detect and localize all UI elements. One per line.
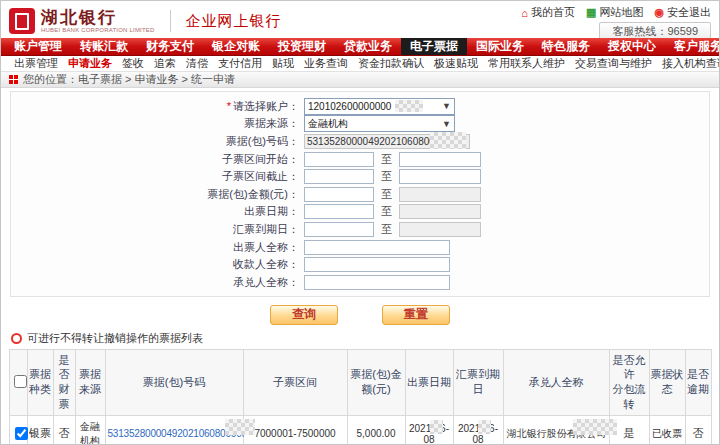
sub-nav-item-payment-credit[interactable]: 支付信用 [213, 56, 267, 71]
col-allow-split: 是否允许 分包流转 [609, 349, 649, 415]
sub-nav: 出票管理 申请业务 签收 追索 清偿 支付信用 贴现 业务查询 资金扣款确认 极… [1, 56, 719, 72]
sub-range-start-to-input[interactable] [399, 152, 481, 167]
breadcrumb: 您的位置：电子票据 > 申请业务 > 统一申请 [23, 72, 235, 87]
sub-nav-item-institution-query[interactable]: 接入机构查询 [657, 56, 720, 71]
select-all-checkbox[interactable] [14, 375, 27, 388]
bill-source-label: 票据来源： [11, 116, 304, 131]
cell-issue-date: 2021-06-08 [405, 415, 453, 445]
main-nav-item-authorization[interactable]: 授权中心 [599, 38, 665, 55]
sub-nav-item-fast-discount[interactable]: 极速贴现 [429, 56, 483, 71]
sub-range-start-from-input[interactable] [304, 152, 374, 167]
col-amount: 票据(包)金额(元) [347, 349, 405, 415]
row-checkbox[interactable] [15, 427, 28, 440]
bill-source-select[interactable]: 金融机构 ▼ [304, 115, 455, 132]
payee-name-label: 收款人全称： [11, 257, 304, 272]
sub-nav-item-issue-mgmt[interactable]: 出票管理 [9, 56, 63, 71]
amount-from-input[interactable] [304, 187, 374, 202]
main-nav-item-finance-pay[interactable]: 财务支付 [137, 38, 203, 55]
col-due-date: 汇票到期日 [453, 349, 503, 415]
sitemap-link-label: 网站地图 [599, 5, 643, 20]
query-button[interactable]: 查询 [270, 305, 338, 325]
main-nav-item-loan[interactable]: 贷款业务 [335, 38, 401, 55]
breadcrumb-bar: 您的位置：电子票据 > 申请业务 > 统一申请 [1, 72, 719, 88]
sub-nav-item-query[interactable]: 业务查询 [299, 56, 353, 71]
logout-icon: ◉ [654, 6, 664, 19]
sub-range-end-from-input[interactable] [304, 169, 374, 184]
bank-name: 湖北银行 [41, 9, 155, 26]
col-bill-number: 票据(包)号码 [105, 349, 243, 415]
amount-label: 票据(包)金额(元)： [11, 187, 304, 202]
list-section-title: 可进行不得转让撤销操作的票据列表 [27, 331, 203, 346]
sub-range-end-label: 子票区间截止： [11, 169, 304, 184]
acceptor-name-input[interactable] [304, 275, 450, 290]
sub-nav-item-trade-query[interactable]: 交易查询与维护 [570, 56, 657, 71]
account-select[interactable]: 120102600000000 ▼ [304, 98, 455, 115]
main-nav-item-special[interactable]: 特色服务 [533, 38, 599, 55]
amount-to-input[interactable] [399, 187, 481, 202]
issue-date-to-input[interactable] [399, 204, 481, 219]
home-icon: ⌂ [521, 7, 528, 19]
main-nav-item-accounts[interactable]: 账户管理 [5, 38, 71, 55]
bill-number-label: 票据(包)号码： [11, 134, 304, 149]
main-nav-item-invest[interactable]: 投资理财 [269, 38, 335, 55]
account-select-value: 120102600000000 [308, 101, 391, 112]
col-source: 票据来源 [75, 349, 105, 415]
range-separator: 至 [381, 152, 392, 167]
drawer-name-input[interactable] [304, 240, 450, 255]
issue-date-from-input[interactable] [304, 204, 374, 219]
cell-acceptor: 湖北银行股份有限公司 [503, 415, 609, 445]
due-date-to-input[interactable] [399, 222, 481, 237]
main-nav-item-ebill[interactable]: 电子票据 [401, 38, 467, 55]
sub-nav-item-debit-confirm[interactable]: 资金扣款确认 [353, 56, 429, 71]
col-is-fiscal: 是否 财票 [53, 349, 75, 415]
sub-range-end-to-input[interactable] [399, 169, 481, 184]
censor-patch [430, 420, 443, 434]
cell-source: 金融机构 [75, 415, 105, 445]
cell-due-date: 2021-06-08 [453, 415, 503, 445]
censor-patch [478, 420, 491, 434]
drawer-name-label: 出票人全称： [11, 240, 304, 255]
issue-date-label: 出票日期： [11, 204, 304, 219]
cell-overdue: 否 [685, 415, 711, 445]
cell-is-fiscal: 否 [53, 415, 75, 445]
top-links: ⌂我的首页 ▦网站地图 ◉安全退出 [521, 5, 711, 20]
bank-logo-icon [9, 8, 35, 34]
due-date-from-input[interactable] [304, 222, 374, 237]
home-link[interactable]: ⌂我的首页 [521, 5, 575, 20]
censor-patch [573, 419, 617, 435]
sub-nav-item-recourse[interactable]: 追索 [149, 56, 181, 71]
logout-link[interactable]: ◉安全退出 [654, 5, 711, 20]
col-sub-range: 子票区间 [243, 349, 347, 415]
payee-name-input[interactable] [304, 257, 450, 272]
bullet-circle-icon [11, 333, 22, 344]
sub-nav-item-discount[interactable]: 贴现 [267, 56, 299, 71]
censor-patch [395, 100, 423, 112]
main-nav-item-bank-reconcile[interactable]: 银企对账 [203, 38, 269, 55]
chevron-down-icon: ▼ [442, 101, 451, 111]
sub-nav-item-contacts[interactable]: 常用联系人维护 [483, 56, 570, 71]
main-nav-item-transfer[interactable]: 转账汇款 [71, 38, 137, 55]
main-nav-item-international[interactable]: 国际业务 [467, 38, 533, 55]
col-acceptor: 承兑人全称 [503, 349, 609, 415]
list-section-header: 可进行不得转让撤销操作的票据列表 [11, 331, 719, 346]
reset-button[interactable]: 重置 [382, 305, 450, 325]
required-mark: * [227, 100, 231, 112]
table-row: 银票 否 金融机构 5313528000049202106080000020 7… [9, 415, 711, 445]
sitemap-link[interactable]: ▦网站地图 [586, 5, 643, 20]
col-bill-type: 票据 种类 [27, 349, 53, 415]
main-nav-item-customer-service[interactable]: 客户服务 [665, 38, 720, 55]
sub-nav-item-apply[interactable]: 申请业务 [63, 56, 117, 71]
col-issue-date: 出票日期 [405, 349, 453, 415]
sub-nav-item-settle[interactable]: 清偿 [181, 56, 213, 71]
sub-nav-item-sign[interactable]: 签收 [117, 56, 149, 71]
brand: 湖北银行 HUBEI BANK CORPORATION LIMITED 企业网上… [9, 4, 282, 38]
chevron-down-icon: ▼ [442, 119, 451, 129]
home-link-label: 我的首页 [531, 5, 575, 20]
range-separator: 至 [381, 169, 392, 184]
main-nav: 账户管理 转账汇款 财务支付 银企对账 投资理财 贷款业务 电子票据 国际业务 … [1, 38, 719, 56]
query-form: *请选择账户： 120102600000000 ▼ 票据来源： 金融机构 ▼ 票… [10, 91, 710, 297]
cell-amount: 5,000.00 [347, 415, 405, 445]
censor-patch [225, 419, 255, 435]
cell-bill-number-link[interactable]: 5313528000049202106080000020 [105, 415, 243, 445]
cell-bill-type: 银票 [27, 415, 53, 445]
